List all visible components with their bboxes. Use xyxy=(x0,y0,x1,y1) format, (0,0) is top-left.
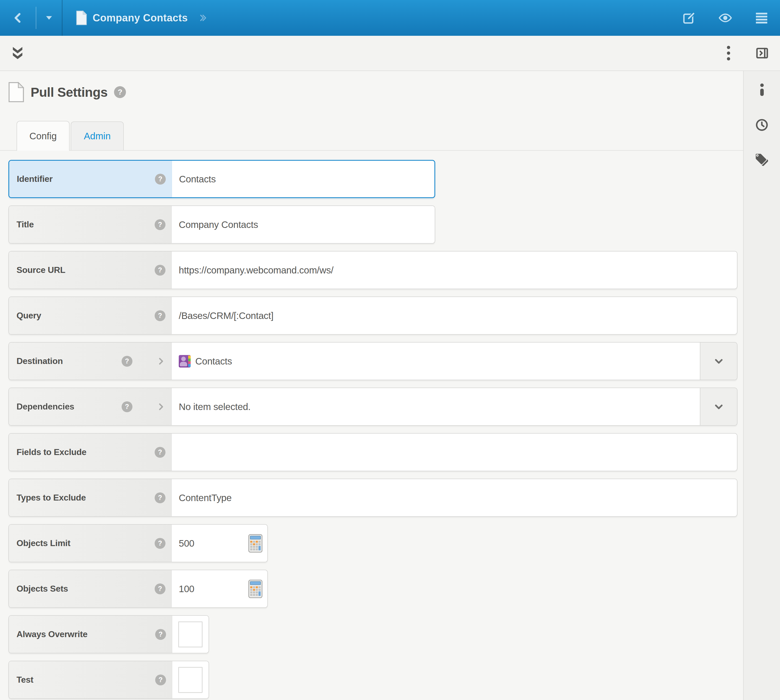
kebab-dot xyxy=(727,52,730,55)
title-input[interactable]: Company Contacts xyxy=(172,206,435,243)
main-content: Pull Settings ? Config Admin Identifier … xyxy=(0,71,743,700)
test-cell xyxy=(172,661,208,698)
topbar-actions xyxy=(682,0,780,36)
double-chevron-down-icon xyxy=(12,47,23,59)
page-document-icon xyxy=(8,82,24,102)
objects-sets-input[interactable]: 100 xyxy=(172,570,267,607)
field-row-objects-sets: Objects Sets ? 100 xyxy=(8,570,268,608)
contact-object-icon xyxy=(179,355,191,367)
help-icon[interactable]: ? xyxy=(155,174,166,185)
document-icon xyxy=(76,10,87,25)
kebab-dot xyxy=(727,46,730,49)
toolbar-right-actions xyxy=(725,44,780,62)
field-label-objects-limit: Objects Limit ? xyxy=(9,525,172,562)
test-checkbox[interactable] xyxy=(178,667,203,693)
calculator-icon[interactable] xyxy=(248,580,263,598)
always-overwrite-cell xyxy=(172,616,208,653)
help-icon[interactable]: ? xyxy=(155,492,165,503)
edit-icon xyxy=(682,11,696,25)
page-header: Pull Settings ? xyxy=(8,80,743,105)
help-icon[interactable]: ? xyxy=(114,86,126,98)
breadcrumb: Company Contacts xyxy=(63,0,208,36)
help-icon[interactable]: ? xyxy=(155,447,165,458)
objects-limit-input[interactable]: 500 xyxy=(172,525,267,562)
help-icon[interactable]: ? xyxy=(155,538,165,549)
field-label-title: Title ? xyxy=(9,206,172,243)
field-row-title: Title ? Company Contacts xyxy=(8,205,435,243)
calculator-icon[interactable] xyxy=(248,534,263,553)
pull-settings-form: Identifier ? Contacts Title ? Company Co… xyxy=(8,160,743,699)
field-row-always-overwrite: Always Overwrite ? xyxy=(8,615,209,653)
field-label-dependencies: Dependencies ? xyxy=(9,388,172,425)
field-row-destination: Destination ? Contacts xyxy=(8,342,737,380)
chevron-down-icon xyxy=(713,356,724,367)
back-icon xyxy=(12,12,23,24)
field-label-always-overwrite: Always Overwrite ? xyxy=(9,616,172,653)
tags-icon xyxy=(754,152,770,167)
back-button[interactable] xyxy=(0,0,36,36)
field-row-identifier: Identifier ? Contacts xyxy=(8,160,435,198)
query-input[interactable]: /Bases/CRM/[:Contact] xyxy=(172,297,737,334)
chevron-down-icon xyxy=(713,402,724,412)
more-options-button[interactable] xyxy=(725,44,732,62)
collapse-all-button[interactable] xyxy=(12,47,23,59)
body: Pull Settings ? Config Admin Identifier … xyxy=(0,71,780,700)
tab-config[interactable]: Config xyxy=(17,121,70,151)
always-overwrite-checkbox[interactable] xyxy=(178,622,203,647)
types-to-exclude-input[interactable]: ContentType xyxy=(172,479,737,516)
identifier-input[interactable]: Contacts xyxy=(172,161,434,197)
field-label-source-url: Source URL ? xyxy=(9,252,172,288)
destination-picker[interactable]: Contacts xyxy=(172,343,700,380)
field-label-identifier: Identifier ? xyxy=(9,161,172,197)
expand-field-icon[interactable] xyxy=(156,356,165,367)
help-icon[interactable]: ? xyxy=(155,583,165,594)
panel-toggle-icon xyxy=(756,47,768,60)
info-panel-button[interactable] xyxy=(760,83,764,96)
field-row-query: Query ? /Bases/CRM/[:Contact] xyxy=(8,297,737,335)
field-label-types-to-exclude: Types to Exclude ? xyxy=(9,479,172,516)
help-icon[interactable]: ? xyxy=(155,675,166,685)
help-icon[interactable]: ? xyxy=(155,219,165,230)
tab-admin[interactable]: Admin xyxy=(71,122,124,150)
preview-button[interactable] xyxy=(718,10,732,26)
toolbar xyxy=(0,36,780,71)
field-row-fields-to-exclude: Fields to Exclude ? xyxy=(8,433,737,471)
toggle-side-panel-button[interactable] xyxy=(756,47,768,60)
dependencies-picker[interactable]: No item selected. xyxy=(172,388,700,425)
field-label-query: Query ? xyxy=(9,297,172,334)
source-url-input[interactable]: https://company.webcomand.com/ws/ xyxy=(172,252,737,288)
dependencies-dropdown-button[interactable] xyxy=(700,388,737,425)
breadcrumb-title[interactable]: Company Contacts xyxy=(93,12,188,24)
help-icon[interactable]: ? xyxy=(155,629,166,640)
eye-icon xyxy=(718,11,732,25)
app-window: Company Contacts xyxy=(0,0,780,700)
field-label-destination: Destination ? xyxy=(9,343,172,380)
help-icon[interactable]: ? xyxy=(121,356,133,367)
field-row-test: Test ? xyxy=(8,661,209,699)
topbar: Company Contacts xyxy=(0,0,780,36)
field-label-fields-to-exclude: Fields to Exclude ? xyxy=(9,433,172,471)
fields-to-exclude-input[interactable] xyxy=(172,433,737,471)
help-icon[interactable]: ? xyxy=(155,310,165,321)
kebab-dot xyxy=(727,57,730,60)
menu-icon xyxy=(755,12,768,23)
field-label-objects-sets: Objects Sets ? xyxy=(9,570,172,607)
breadcrumb-dropdown-button[interactable] xyxy=(36,0,62,36)
field-row-types-to-exclude: Types to Exclude ? ContentType xyxy=(8,478,737,517)
field-row-dependencies: Dependencies ? No item selected. xyxy=(8,388,737,426)
breadcrumb-expand-icon[interactable] xyxy=(198,13,208,22)
destination-dropdown-button[interactable] xyxy=(700,343,737,380)
tags-panel-button[interactable] xyxy=(754,152,770,167)
edit-button[interactable] xyxy=(682,10,696,26)
history-panel-button[interactable] xyxy=(755,118,768,132)
field-row-objects-limit: Objects Limit ? 500 xyxy=(8,524,268,562)
clock-icon xyxy=(755,118,768,132)
help-icon[interactable]: ? xyxy=(155,265,165,276)
expand-field-icon[interactable] xyxy=(156,402,165,412)
right-sidebar xyxy=(743,71,780,700)
caret-down-icon xyxy=(45,15,53,20)
menu-button[interactable] xyxy=(755,10,768,26)
help-icon[interactable]: ? xyxy=(121,402,133,412)
field-label-test: Test ? xyxy=(9,661,172,698)
page-title: Pull Settings xyxy=(31,85,108,100)
